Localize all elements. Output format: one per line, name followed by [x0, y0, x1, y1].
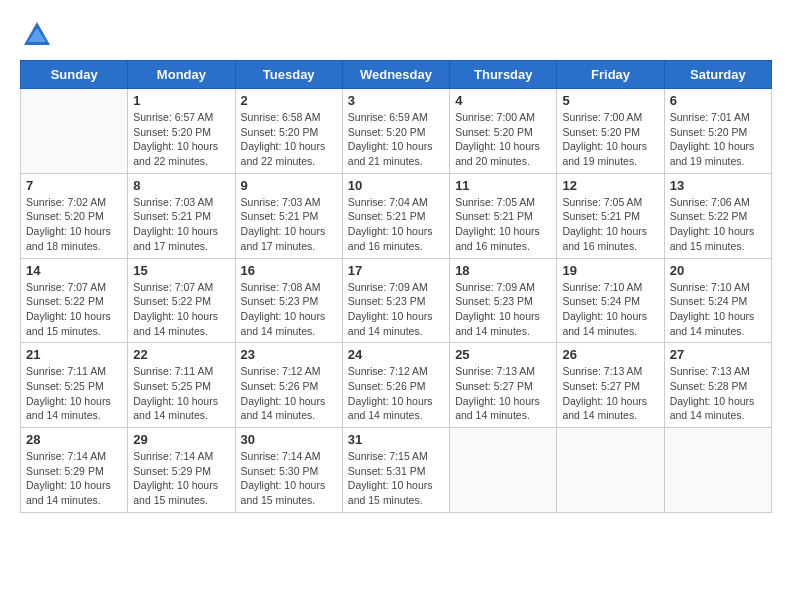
calendar-cell: 21Sunrise: 7:11 AM Sunset: 5:25 PM Dayli…: [21, 343, 128, 428]
day-info: Sunrise: 7:08 AM Sunset: 5:23 PM Dayligh…: [241, 280, 337, 339]
day-number: 31: [348, 432, 444, 447]
weekday-header-sunday: Sunday: [21, 61, 128, 89]
day-info: Sunrise: 7:06 AM Sunset: 5:22 PM Dayligh…: [670, 195, 766, 254]
calendar-cell: [21, 89, 128, 174]
calendar-cell: [664, 428, 771, 513]
day-info: Sunrise: 7:12 AM Sunset: 5:26 PM Dayligh…: [241, 364, 337, 423]
day-info: Sunrise: 6:59 AM Sunset: 5:20 PM Dayligh…: [348, 110, 444, 169]
week-row-4: 21Sunrise: 7:11 AM Sunset: 5:25 PM Dayli…: [21, 343, 772, 428]
day-number: 23: [241, 347, 337, 362]
day-info: Sunrise: 7:14 AM Sunset: 5:29 PM Dayligh…: [26, 449, 122, 508]
day-info: Sunrise: 7:07 AM Sunset: 5:22 PM Dayligh…: [133, 280, 229, 339]
calendar-cell: 19Sunrise: 7:10 AM Sunset: 5:24 PM Dayli…: [557, 258, 664, 343]
day-number: 22: [133, 347, 229, 362]
day-info: Sunrise: 7:01 AM Sunset: 5:20 PM Dayligh…: [670, 110, 766, 169]
day-number: 30: [241, 432, 337, 447]
day-info: Sunrise: 7:09 AM Sunset: 5:23 PM Dayligh…: [455, 280, 551, 339]
day-number: 4: [455, 93, 551, 108]
week-row-3: 14Sunrise: 7:07 AM Sunset: 5:22 PM Dayli…: [21, 258, 772, 343]
calendar-cell: 27Sunrise: 7:13 AM Sunset: 5:28 PM Dayli…: [664, 343, 771, 428]
calendar-cell: 24Sunrise: 7:12 AM Sunset: 5:26 PM Dayli…: [342, 343, 449, 428]
day-number: 18: [455, 263, 551, 278]
calendar-cell: 30Sunrise: 7:14 AM Sunset: 5:30 PM Dayli…: [235, 428, 342, 513]
day-number: 29: [133, 432, 229, 447]
day-number: 25: [455, 347, 551, 362]
calendar-cell: 28Sunrise: 7:14 AM Sunset: 5:29 PM Dayli…: [21, 428, 128, 513]
day-number: 2: [241, 93, 337, 108]
day-number: 9: [241, 178, 337, 193]
day-number: 7: [26, 178, 122, 193]
day-number: 1: [133, 93, 229, 108]
logo: [20, 20, 52, 50]
weekday-header-thursday: Thursday: [450, 61, 557, 89]
day-number: 13: [670, 178, 766, 193]
calendar-cell: 7Sunrise: 7:02 AM Sunset: 5:20 PM Daylig…: [21, 173, 128, 258]
calendar-cell: 15Sunrise: 7:07 AM Sunset: 5:22 PM Dayli…: [128, 258, 235, 343]
day-number: 28: [26, 432, 122, 447]
weekday-header-wednesday: Wednesday: [342, 61, 449, 89]
calendar-cell: 10Sunrise: 7:04 AM Sunset: 5:21 PM Dayli…: [342, 173, 449, 258]
day-number: 5: [562, 93, 658, 108]
day-number: 17: [348, 263, 444, 278]
day-number: 3: [348, 93, 444, 108]
calendar-cell: 20Sunrise: 7:10 AM Sunset: 5:24 PM Dayli…: [664, 258, 771, 343]
weekday-header-tuesday: Tuesday: [235, 61, 342, 89]
weekday-header-saturday: Saturday: [664, 61, 771, 89]
day-number: 20: [670, 263, 766, 278]
day-info: Sunrise: 7:00 AM Sunset: 5:20 PM Dayligh…: [455, 110, 551, 169]
weekday-header-monday: Monday: [128, 61, 235, 89]
day-info: Sunrise: 6:58 AM Sunset: 5:20 PM Dayligh…: [241, 110, 337, 169]
calendar-cell: 2Sunrise: 6:58 AM Sunset: 5:20 PM Daylig…: [235, 89, 342, 174]
day-number: 15: [133, 263, 229, 278]
day-info: Sunrise: 7:15 AM Sunset: 5:31 PM Dayligh…: [348, 449, 444, 508]
calendar-cell: 11Sunrise: 7:05 AM Sunset: 5:21 PM Dayli…: [450, 173, 557, 258]
day-info: Sunrise: 6:57 AM Sunset: 5:20 PM Dayligh…: [133, 110, 229, 169]
calendar-cell: 17Sunrise: 7:09 AM Sunset: 5:23 PM Dayli…: [342, 258, 449, 343]
week-row-2: 7Sunrise: 7:02 AM Sunset: 5:20 PM Daylig…: [21, 173, 772, 258]
day-info: Sunrise: 7:04 AM Sunset: 5:21 PM Dayligh…: [348, 195, 444, 254]
day-info: Sunrise: 7:10 AM Sunset: 5:24 PM Dayligh…: [670, 280, 766, 339]
weekday-row: SundayMondayTuesdayWednesdayThursdayFrid…: [21, 61, 772, 89]
header: [20, 20, 772, 50]
calendar-cell: [557, 428, 664, 513]
calendar-cell: 1Sunrise: 6:57 AM Sunset: 5:20 PM Daylig…: [128, 89, 235, 174]
day-number: 26: [562, 347, 658, 362]
calendar-cell: 13Sunrise: 7:06 AM Sunset: 5:22 PM Dayli…: [664, 173, 771, 258]
day-info: Sunrise: 7:12 AM Sunset: 5:26 PM Dayligh…: [348, 364, 444, 423]
weekday-header-friday: Friday: [557, 61, 664, 89]
day-info: Sunrise: 7:14 AM Sunset: 5:29 PM Dayligh…: [133, 449, 229, 508]
calendar-cell: 16Sunrise: 7:08 AM Sunset: 5:23 PM Dayli…: [235, 258, 342, 343]
calendar-cell: 3Sunrise: 6:59 AM Sunset: 5:20 PM Daylig…: [342, 89, 449, 174]
day-info: Sunrise: 7:03 AM Sunset: 5:21 PM Dayligh…: [241, 195, 337, 254]
calendar-cell: 9Sunrise: 7:03 AM Sunset: 5:21 PM Daylig…: [235, 173, 342, 258]
day-info: Sunrise: 7:05 AM Sunset: 5:21 PM Dayligh…: [562, 195, 658, 254]
day-info: Sunrise: 7:09 AM Sunset: 5:23 PM Dayligh…: [348, 280, 444, 339]
calendar-cell: 4Sunrise: 7:00 AM Sunset: 5:20 PM Daylig…: [450, 89, 557, 174]
day-number: 8: [133, 178, 229, 193]
week-row-1: 1Sunrise: 6:57 AM Sunset: 5:20 PM Daylig…: [21, 89, 772, 174]
day-number: 19: [562, 263, 658, 278]
calendar-table: SundayMondayTuesdayWednesdayThursdayFrid…: [20, 60, 772, 513]
calendar-cell: 12Sunrise: 7:05 AM Sunset: 5:21 PM Dayli…: [557, 173, 664, 258]
day-info: Sunrise: 7:02 AM Sunset: 5:20 PM Dayligh…: [26, 195, 122, 254]
day-number: 14: [26, 263, 122, 278]
day-number: 11: [455, 178, 551, 193]
day-info: Sunrise: 7:13 AM Sunset: 5:28 PM Dayligh…: [670, 364, 766, 423]
day-number: 10: [348, 178, 444, 193]
day-number: 16: [241, 263, 337, 278]
day-info: Sunrise: 7:03 AM Sunset: 5:21 PM Dayligh…: [133, 195, 229, 254]
day-number: 27: [670, 347, 766, 362]
day-info: Sunrise: 7:13 AM Sunset: 5:27 PM Dayligh…: [562, 364, 658, 423]
day-info: Sunrise: 7:11 AM Sunset: 5:25 PM Dayligh…: [26, 364, 122, 423]
day-info: Sunrise: 7:14 AM Sunset: 5:30 PM Dayligh…: [241, 449, 337, 508]
day-info: Sunrise: 7:13 AM Sunset: 5:27 PM Dayligh…: [455, 364, 551, 423]
calendar-body: 1Sunrise: 6:57 AM Sunset: 5:20 PM Daylig…: [21, 89, 772, 513]
calendar-cell: 6Sunrise: 7:01 AM Sunset: 5:20 PM Daylig…: [664, 89, 771, 174]
calendar-cell: 18Sunrise: 7:09 AM Sunset: 5:23 PM Dayli…: [450, 258, 557, 343]
calendar-cell: 8Sunrise: 7:03 AM Sunset: 5:21 PM Daylig…: [128, 173, 235, 258]
calendar-cell: 22Sunrise: 7:11 AM Sunset: 5:25 PM Dayli…: [128, 343, 235, 428]
day-info: Sunrise: 7:00 AM Sunset: 5:20 PM Dayligh…: [562, 110, 658, 169]
day-number: 12: [562, 178, 658, 193]
day-number: 24: [348, 347, 444, 362]
calendar-cell: 26Sunrise: 7:13 AM Sunset: 5:27 PM Dayli…: [557, 343, 664, 428]
